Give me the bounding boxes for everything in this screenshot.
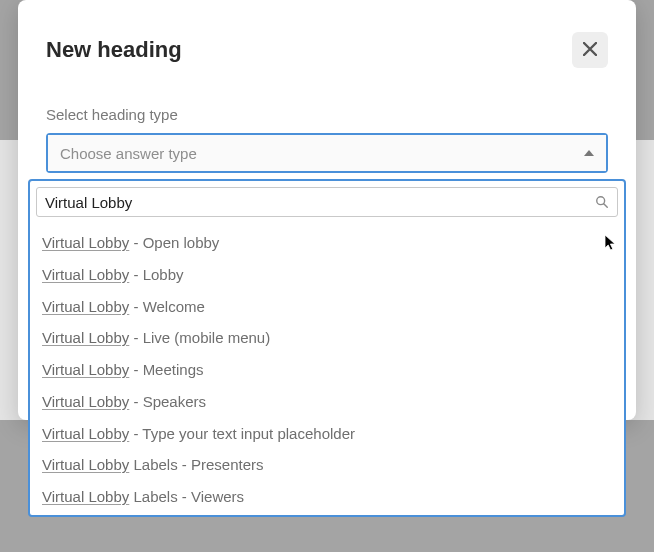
select-placeholder: Choose answer type: [60, 145, 197, 162]
option-prefix: Virtual Lobby: [42, 329, 129, 346]
search-input[interactable]: [45, 194, 595, 211]
option-rest: - Speakers: [129, 393, 206, 410]
heading-type-dropdown: Virtual Lobby - Open lobbyVirtual Lobby …: [28, 179, 626, 517]
close-button[interactable]: [572, 32, 608, 68]
dropdown-option[interactable]: Virtual Lobby - Open lobby: [30, 227, 624, 259]
caret-up-icon: [584, 150, 594, 156]
option-prefix: Virtual Lobby: [42, 425, 129, 442]
option-rest: - Live (mobile menu): [129, 329, 270, 346]
dropdown-option[interactable]: Virtual Lobby - Lobby: [30, 259, 624, 291]
modal-title: New heading: [46, 37, 182, 63]
field-label: Select heading type: [46, 106, 608, 123]
option-rest: - Welcome: [129, 298, 205, 315]
dropdown-option[interactable]: Virtual Lobby - Meetings: [30, 354, 624, 386]
option-prefix: Virtual Lobby: [42, 298, 129, 315]
option-rest: Labels - Viewers: [129, 488, 244, 505]
option-rest: Labels - Presenters: [129, 456, 263, 473]
option-rest: - Lobby: [129, 266, 183, 283]
option-prefix: Virtual Lobby: [42, 234, 129, 251]
dropdown-option[interactable]: Virtual Lobby Labels - Viewers: [30, 481, 624, 513]
dropdown-option[interactable]: Virtual Lobby Labels - Finished session: [30, 513, 624, 515]
option-prefix: Virtual Lobby: [42, 361, 129, 378]
modal-header: New heading: [46, 32, 608, 68]
option-rest: - Type your text input placeholder: [129, 425, 355, 442]
select-header[interactable]: Choose answer type: [48, 135, 606, 171]
dropdown-options[interactable]: Virtual Lobby - Open lobbyVirtual Lobby …: [30, 223, 624, 515]
dropdown-search-row: [30, 181, 624, 223]
option-prefix: Virtual Lobby: [42, 393, 129, 410]
dropdown-option[interactable]: Virtual Lobby - Live (mobile menu): [30, 322, 624, 354]
option-prefix: Virtual Lobby: [42, 488, 129, 505]
dropdown-option[interactable]: Virtual Lobby - Welcome: [30, 291, 624, 323]
dropdown-option[interactable]: Virtual Lobby - Type your text input pla…: [30, 418, 624, 450]
svg-line-1: [604, 204, 608, 208]
option-rest: - Open lobby: [129, 234, 219, 251]
dropdown-option[interactable]: Virtual Lobby Labels - Presenters: [30, 449, 624, 481]
search-input-wrap[interactable]: [36, 187, 618, 217]
option-prefix: Virtual Lobby: [42, 266, 129, 283]
dropdown-option[interactable]: Virtual Lobby - Speakers: [30, 386, 624, 418]
close-icon: [583, 42, 597, 59]
heading-type-select[interactable]: Choose answer type: [46, 133, 608, 173]
search-icon: [595, 195, 609, 209]
option-rest: - Meetings: [129, 361, 203, 378]
option-prefix: Virtual Lobby: [42, 456, 129, 473]
